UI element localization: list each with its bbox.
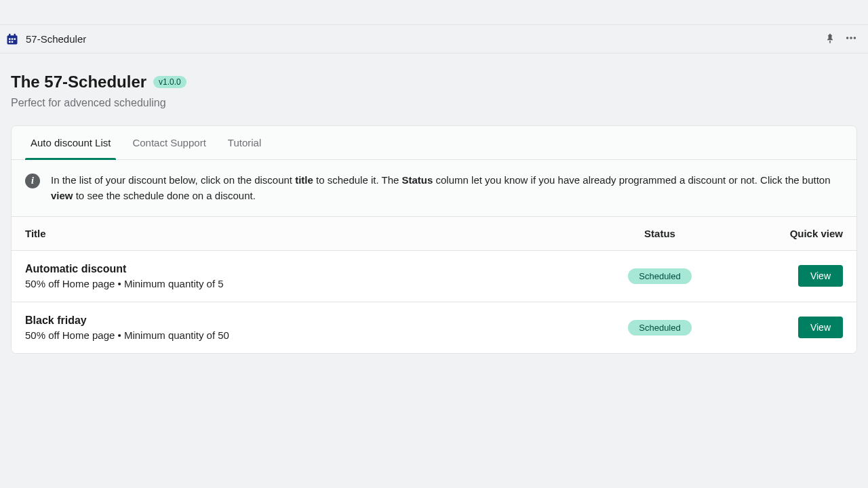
- info-bold-title: title: [295, 174, 313, 186]
- discount-title[interactable]: Black friday: [25, 314, 585, 327]
- info-bold-status: Status: [402, 174, 433, 186]
- row-status: Scheduled: [585, 268, 734, 284]
- tab-tutorial[interactable]: Tutorial: [217, 126, 272, 159]
- app-logo-icon: [5, 33, 19, 46]
- main-card: Auto discount List Contact Support Tutor…: [11, 125, 857, 354]
- svg-rect-1: [9, 33, 11, 36]
- title-row: The 57-Scheduler v1.0.0: [11, 73, 857, 92]
- pin-icon[interactable]: [825, 33, 835, 45]
- app-name: 57-Scheduler: [26, 33, 86, 45]
- table-header: Title Status Quick view: [12, 217, 856, 251]
- table-header-title: Title: [25, 228, 585, 239]
- row-action: View: [734, 265, 843, 287]
- svg-point-10: [854, 37, 856, 39]
- discount-subtitle: 50% off Home page • Minimum quantity of …: [25, 278, 585, 289]
- svg-rect-6: [9, 41, 11, 43]
- topbar-left: 57-Scheduler: [5, 33, 86, 46]
- row-title-block: Black friday 50% off Home page • Minimum…: [25, 314, 585, 341]
- topbar: 57-Scheduler: [0, 24, 868, 54]
- info-bold-view: view: [51, 190, 73, 201]
- svg-rect-0: [7, 35, 18, 44]
- discount-title[interactable]: Automatic discount: [25, 263, 585, 275]
- content: The 57-Scheduler v1.0.0 Perfect for adve…: [0, 54, 868, 354]
- page-header: The 57-Scheduler v1.0.0 Perfect for adve…: [11, 54, 857, 125]
- info-text-part: In the list of your discount below, clic…: [51, 174, 295, 186]
- svg-rect-2: [14, 33, 16, 36]
- tab-auto-discount-list[interactable]: Auto discount List: [20, 126, 121, 159]
- status-badge: Scheduled: [628, 268, 691, 284]
- row-title-block: Automatic discount 50% off Home page • M…: [25, 263, 585, 289]
- svg-point-9: [850, 37, 852, 39]
- table-header-action: Quick view: [734, 228, 843, 239]
- svg-rect-4: [12, 38, 14, 40]
- view-button[interactable]: View: [798, 317, 843, 338]
- tabs: Auto discount List Contact Support Tutor…: [12, 126, 856, 160]
- svg-rect-5: [14, 38, 16, 40]
- table-header-status: Status: [585, 228, 734, 239]
- info-text: In the list of your discount below, clic…: [51, 172, 843, 204]
- info-icon: i: [25, 174, 40, 188]
- info-text-part: to see the schedule done on a discount.: [73, 190, 256, 201]
- more-icon[interactable]: [845, 32, 857, 46]
- svg-rect-7: [12, 41, 14, 43]
- svg-rect-3: [9, 38, 11, 40]
- info-text-part: to schedule it. The: [313, 174, 402, 186]
- row-status: Scheduled: [585, 320, 734, 336]
- row-action: View: [734, 317, 843, 338]
- page-title: The 57-Scheduler: [11, 73, 146, 92]
- version-badge: v1.0.0: [153, 76, 186, 88]
- discount-subtitle: 50% off Home page • Minimum quantity of …: [25, 329, 585, 341]
- page-subtitle: Perfect for advenced scheduling: [11, 97, 857, 109]
- info-banner: i In the list of your discount below, cl…: [12, 160, 856, 217]
- view-button[interactable]: View: [798, 265, 843, 287]
- table-row: Black friday 50% off Home page • Minimum…: [12, 302, 856, 353]
- info-text-part: column let you know if you have already …: [433, 174, 830, 186]
- topbar-right: [825, 32, 857, 46]
- status-badge: Scheduled: [628, 320, 691, 336]
- tab-contact-support[interactable]: Contact Support: [121, 126, 216, 159]
- svg-point-8: [846, 37, 849, 39]
- table-row: Automatic discount 50% off Home page • M…: [12, 251, 856, 302]
